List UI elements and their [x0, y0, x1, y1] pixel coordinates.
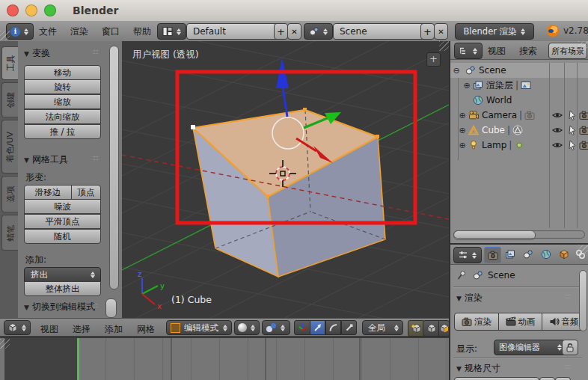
- panel-grip-icon[interactable]: ::::: [564, 363, 570, 370]
- selectability-cursor-icon[interactable]: [567, 110, 578, 120]
- menu-view[interactable]: 视图: [40, 323, 58, 336]
- panel-grip-icon[interactable]: ::::: [92, 48, 98, 55]
- expand-toggle-icon[interactable]: ⊕: [458, 141, 467, 150]
- extrude-dropdown[interactable]: 挤出: [24, 267, 101, 282]
- scene-name-field[interactable]: Scene: [333, 23, 426, 40]
- maximize-window-button[interactable]: [44, 4, 56, 16]
- pin-icon[interactable]: [456, 270, 467, 281]
- visibility-eye-icon[interactable]: [552, 140, 563, 150]
- menu-select[interactable]: 选择: [73, 323, 91, 336]
- expand-toggle-icon[interactable]: ⊕: [462, 81, 471, 91]
- render-still-button[interactable]: 渲染: [454, 313, 499, 331]
- add-layout-button[interactable]: +: [274, 23, 288, 40]
- timeline-editor[interactable]: [0, 337, 449, 380]
- selectability-cursor-icon[interactable]: [567, 125, 578, 135]
- menu-render[interactable]: 渲染: [70, 25, 88, 38]
- outliner-row-world[interactable]: World: [450, 93, 588, 108]
- vertex-slide-button[interactable]: 顶点: [71, 185, 101, 200]
- tab-tools[interactable]: 工具: [1, 46, 18, 80]
- visibility-eye-icon[interactable]: [552, 125, 563, 135]
- properties-vscrollbar[interactable]: [579, 270, 587, 331]
- manipulator-scale-button[interactable]: [341, 320, 357, 335]
- tab-grease-pencil[interactable]: 蜡笔: [1, 215, 18, 251]
- noise-button[interactable]: 噪波: [24, 199, 101, 214]
- extrude-region-button[interactable]: 整体挤出: [24, 281, 101, 296]
- tab-options[interactable]: 选项: [1, 176, 18, 212]
- area-corner-grip[interactable]: [578, 41, 588, 51]
- tab-render-layers-context[interactable]: [502, 247, 518, 262]
- menu-outliner-search[interactable]: 搜索: [519, 45, 537, 58]
- randomize-button[interactable]: 随机: [24, 229, 101, 244]
- panel-grip-icon[interactable]: ::::: [564, 292, 570, 300]
- viewport-3d[interactable]: z y x 用户视图 (透视) (1) Cube +: [122, 41, 449, 318]
- render-engine-dropdown[interactable]: Blender 渲染: [455, 23, 534, 40]
- collapse-toggle-icon[interactable]: ⊖: [452, 66, 461, 76]
- scale-button[interactable]: 缩放: [24, 94, 101, 109]
- face-select-mode-button[interactable]: [438, 320, 450, 337]
- manipulator-rotate-button[interactable]: [325, 320, 341, 335]
- menu-file[interactable]: 文件: [39, 25, 57, 38]
- renderability-camera-icon[interactable]: [579, 140, 588, 150]
- panel-grip-icon[interactable]: ::::: [92, 301, 98, 309]
- outliner-row-renderlayers[interactable]: ⊕ 渲染层 |: [450, 78, 588, 93]
- minimize-window-button[interactable]: [25, 4, 37, 16]
- tab-create[interactable]: 创建: [1, 82, 18, 117]
- preset-remove-button[interactable]: [555, 377, 571, 380]
- active-vertex[interactable]: [191, 125, 195, 129]
- edge-select-mode-button[interactable]: [423, 320, 440, 337]
- menu-outliner-view[interactable]: 视图: [488, 45, 506, 58]
- toggle-editmode-panel-header[interactable]: ▼切换到编辑模式: [24, 301, 95, 313]
- meshtools-panel-header[interactable]: ▼网格工具: [24, 153, 68, 166]
- outliner-row-lamp[interactable]: ⊕ Lamp |: [450, 138, 588, 153]
- render-animation-button[interactable]: 动画: [498, 313, 542, 331]
- smooth-vertex-button[interactable]: 平滑顶点: [24, 214, 101, 229]
- dimensions-panel-header[interactable]: ▼规格尺寸: [456, 362, 500, 375]
- screen-layout-selector[interactable]: [157, 23, 186, 40]
- open-properties-region-button[interactable]: +: [426, 52, 441, 67]
- close-window-button[interactable]: [7, 4, 19, 16]
- area-corner-grip[interactable]: [0, 31, 10, 40]
- visibility-eye-icon[interactable]: [552, 110, 563, 120]
- rotate-button[interactable]: 旋转: [24, 79, 101, 94]
- transform-orientation-dropdown[interactable]: 全局: [362, 320, 403, 335]
- transform-panel-header[interactable]: ▼变换: [24, 47, 50, 60]
- tab-shading-uv[interactable]: 着色/UV: [1, 120, 18, 174]
- preset-add-button[interactable]: [539, 377, 555, 380]
- outliner-row-cube[interactable]: ⊕ Cube |: [450, 123, 588, 138]
- close-scene-button[interactable]: ✕: [434, 23, 448, 40]
- current-frame-marker[interactable]: [77, 338, 79, 380]
- editor-type-properties-button[interactable]: [453, 247, 482, 263]
- scene-selector[interactable]: [304, 23, 333, 40]
- area-corner-grip[interactable]: [578, 245, 588, 254]
- area-corner-grip[interactable]: [0, 339, 10, 349]
- close-layout-button[interactable]: ✕: [287, 23, 301, 40]
- toolshelf-scrollbar[interactable]: [109, 46, 119, 289]
- panel-handle[interactable]: [105, 298, 117, 318]
- selectability-cursor-icon[interactable]: [567, 140, 578, 150]
- manipulator-toggle-button[interactable]: [294, 320, 310, 335]
- edge-slide-button[interactable]: 滑移边: [24, 185, 72, 200]
- renderability-camera-icon[interactable]: [579, 110, 588, 120]
- pivot-point-dropdown[interactable]: [262, 320, 290, 335]
- tab-object-context[interactable]: [556, 247, 572, 262]
- tab-world-context[interactable]: [538, 247, 554, 262]
- editor-type-outliner-button[interactable]: [454, 43, 483, 59]
- tab-render-context[interactable]: [484, 247, 501, 263]
- tab-scene-context[interactable]: [520, 247, 536, 262]
- add-scene-button[interactable]: +: [420, 23, 435, 40]
- mode-dropdown[interactable]: 编辑模式: [166, 320, 232, 335]
- editor-type-info-button[interactable]: i: [6, 23, 34, 40]
- outliner-hscrollbar-track[interactable]: [453, 230, 585, 239]
- outliner-row-scene[interactable]: ⊖ Scene: [450, 63, 588, 78]
- menu-add[interactable]: 添加: [105, 323, 123, 336]
- manipulator-translate-button[interactable]: [310, 320, 325, 335]
- dimensions-preset-dropdown[interactable]: [454, 377, 539, 380]
- push-pull-button[interactable]: 推 / 拉: [24, 124, 101, 139]
- expand-toggle-icon[interactable]: ⊕: [458, 111, 467, 120]
- cube-object[interactable]: [191, 108, 385, 277]
- expand-toggle-icon[interactable]: ⊕: [458, 126, 467, 135]
- menu-window[interactable]: 窗口: [102, 25, 120, 38]
- menu-help[interactable]: 帮助: [133, 25, 151, 38]
- area-corner-grip[interactable]: [439, 41, 449, 51]
- editor-type-3dview-button[interactable]: [4, 320, 31, 335]
